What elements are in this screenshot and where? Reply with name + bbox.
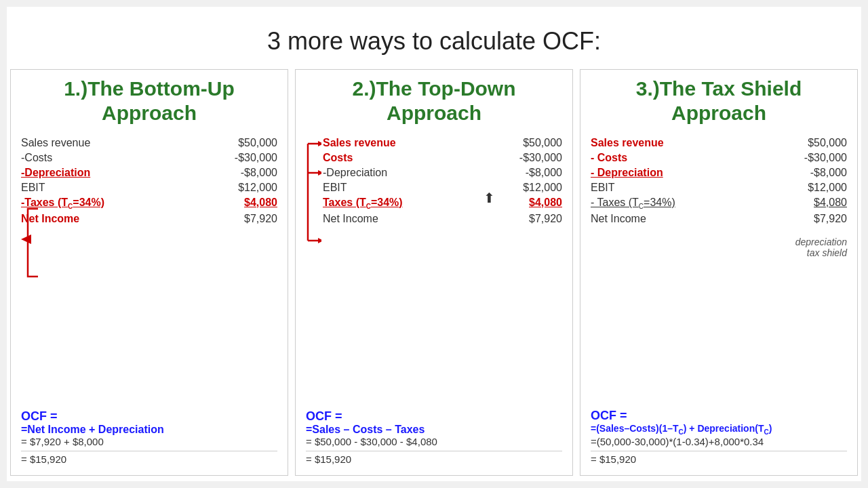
approach-2-title: 2.)The Top-Down Approach xyxy=(306,77,562,125)
table-row: Sales revenue $50,000 xyxy=(21,136,277,150)
ocf-result: = $15,920 xyxy=(21,451,277,465)
table-row: EBIT $12,000 xyxy=(323,180,562,195)
ocf-calc: =(50,000-30,000)*(1-0.34)+8,000*0.34 xyxy=(591,436,847,447)
ocf-label: OCF = xyxy=(591,409,847,423)
approach-1-bracket xyxy=(18,202,45,286)
ocf-formula: =(Sales–Costs)(1–TC) + Depreciation(TC) xyxy=(591,423,847,436)
ocf-result: = $15,920 xyxy=(306,451,562,465)
svg-marker-5 xyxy=(318,170,321,176)
approach-3: 3.)The Tax Shield Approach Sales revenue… xyxy=(580,69,858,476)
bracket-svg xyxy=(18,202,45,283)
approach-3-number: 3.) xyxy=(636,77,660,100)
approach-2-income-table: Sales revenue $50,000 Costs -$30,000 -De… xyxy=(306,136,562,226)
arrows-svg xyxy=(304,136,321,254)
approach-2-arrows xyxy=(304,136,321,257)
approach-3-title: 3.)The Tax Shield Approach xyxy=(591,77,847,125)
approach-1-name: The Bottom-Up Approach xyxy=(87,77,235,124)
tax-shield-note-line2: tax shield xyxy=(591,247,847,258)
table-row-costs: - Costs -$30,000 xyxy=(591,150,847,165)
slide: 3 more ways to calculate OCF: 1.)The Bot… xyxy=(7,7,861,481)
approach-3-ocf: OCF = =(Sales–Costs)(1–TC) + Depreciatio… xyxy=(591,409,847,465)
approach-1-number: 1.) xyxy=(64,77,87,100)
table-row: EBIT $12,000 xyxy=(21,180,277,195)
ocf-result: = $15,920 xyxy=(591,451,847,465)
tax-shield-note: depreciation tax shield xyxy=(591,237,847,258)
approach-1-ocf: OCF = =Net Income + Depreciation = $7,92… xyxy=(21,409,277,465)
approach-2-ocf: OCF = =Sales – Costs – Taxes = $50,000 -… xyxy=(306,409,562,465)
ocf-formula: =Net Income + Depreciation xyxy=(21,424,277,436)
approach-1: 1.)The Bottom-Up Approach Sales revenue … xyxy=(10,69,288,476)
table-row: Sales revenue $50,000 xyxy=(323,136,562,150)
ocf-label: OCF = xyxy=(306,409,562,424)
approach-2-number: 2.) xyxy=(352,77,376,100)
svg-marker-0 xyxy=(21,235,31,244)
table-row-taxes: - Taxes (TC=34%) $4,080 xyxy=(591,195,847,211)
table-row-net-income: Net Income $7,920 xyxy=(21,211,277,226)
table-row: Sales revenue $50,000 xyxy=(591,136,847,150)
table-row-taxes: Taxes (TC=34%) $4,080 xyxy=(323,195,562,211)
approach-2-name: The Top-Down Approach xyxy=(376,77,515,124)
slide-title: 3 more ways to calculate OCF: xyxy=(7,7,861,69)
table-row: -Costs -$30,000 xyxy=(21,150,277,165)
table-row-costs: Costs -$30,000 xyxy=(323,150,562,165)
ocf-calc: = $50,000 - $30,000 - $4,080 xyxy=(306,436,562,447)
svg-marker-7 xyxy=(318,238,321,243)
table-row-depreciation: - Depreciation -$8,000 xyxy=(591,165,847,180)
ocf-formula: =Sales – Costs – Taxes xyxy=(306,424,562,436)
table-row-depreciation: -Depreciation -$8,000 xyxy=(323,165,562,180)
table-row-taxes: -Taxes (TC=34%) $4,080 xyxy=(21,195,277,211)
table-row: EBIT $12,000 xyxy=(591,180,847,195)
tax-shield-note-line1: depreciation xyxy=(591,237,847,247)
approach-2-table-container: Sales revenue $50,000 Costs -$30,000 -De… xyxy=(306,136,562,226)
ocf-label: OCF = xyxy=(21,409,277,424)
approaches-container: 1.)The Bottom-Up Approach Sales revenue … xyxy=(7,69,861,476)
approach-3-income-table: Sales revenue $50,000 - Costs -$30,000 -… xyxy=(591,136,847,226)
approach-3-name: The Tax Shield Approach xyxy=(660,77,802,124)
svg-marker-2 xyxy=(318,141,321,146)
approach-1-title: 1.)The Bottom-Up Approach xyxy=(21,77,277,125)
approach-1-income-table: Sales revenue $50,000 -Costs -$30,000 -D… xyxy=(21,136,277,226)
ocf-calc: = $7,920 + $8,000 xyxy=(21,436,277,447)
table-row-depreciation: -Depreciation -$8,000 xyxy=(21,165,277,180)
table-row-net-income: Net Income $7,920 xyxy=(591,211,847,226)
table-row-net-income: Net Income $7,920 xyxy=(323,211,562,226)
approach-2: 2.)The Top-Down Approach xyxy=(295,69,573,476)
